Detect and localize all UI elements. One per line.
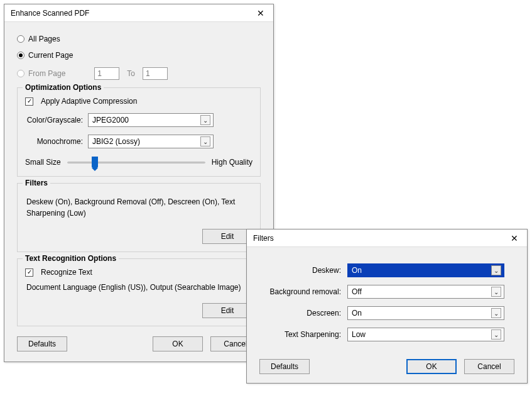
text-recognition-edit-button[interactable]: Edit — [202, 303, 252, 318]
text-recognition-title: Text Recognition Options — [23, 254, 119, 263]
monochrome-combo[interactable]: JBIG2 (Lossy) ⌄ — [88, 135, 214, 148]
background-removal-label: Background removal: — [259, 287, 341, 296]
close-icon: ✕ — [511, 233, 518, 243]
filters-ok-button[interactable]: OK — [406, 359, 457, 374]
from-page-input[interactable] — [94, 67, 119, 80]
defaults-button[interactable]: Defaults — [17, 336, 67, 351]
monochrome-value: JBIG2 (Lossy) — [92, 137, 140, 146]
text-recognition-group: Text Recognition Options ✓ Recognize Tex… — [17, 258, 261, 326]
radio-all-pages-label: All Pages — [28, 35, 60, 43]
background-removal-combo[interactable]: Off ⌄ — [347, 285, 504, 299]
descreen-label: Descreen: — [259, 309, 341, 318]
descreen-combo[interactable]: On ⌄ — [347, 306, 504, 320]
deskew-value: On — [352, 266, 362, 275]
optimization-title: Optimization Options — [23, 83, 104, 92]
chevron-down-icon: ⌄ — [491, 265, 501, 275]
high-quality-label: High Quality — [212, 158, 252, 167]
text-sharpening-value: Low — [352, 330, 366, 339]
filters-cancel-button[interactable]: Cancel — [464, 359, 514, 374]
enhance-scanned-pdf-dialog: Enhance Scanned PDF ✕ All Pages Current … — [4, 4, 274, 362]
chevron-down-icon: ⌄ — [491, 308, 501, 318]
chevron-down-icon: ⌄ — [200, 136, 210, 146]
titlebar: Enhance Scanned PDF ✕ — [4, 4, 273, 22]
radio-from-page[interactable] — [17, 70, 24, 77]
recognize-text-checkbox[interactable]: ✓ — [25, 268, 33, 277]
filters-summary-text: Deskew (On), Background Removal (Off), D… — [25, 192, 252, 229]
descreen-value: On — [352, 309, 362, 318]
quality-slider[interactable] — [67, 156, 205, 169]
radio-all-pages[interactable] — [17, 35, 24, 43]
small-size-label: Small Size — [25, 158, 61, 167]
color-grayscale-value: JPEG2000 — [92, 116, 129, 124]
window-title: Enhance Scanned PDF — [11, 9, 89, 18]
filters-close-button[interactable]: ✕ — [502, 229, 527, 247]
background-removal-value: Off — [352, 287, 362, 296]
deskew-label: Deskew: — [259, 266, 341, 275]
chevron-down-icon: ⌄ — [491, 329, 501, 340]
optimization-options-group: Optimization Options ✓ Apply Adaptive Co… — [17, 87, 261, 177]
color-grayscale-label: Color/Grayscale: — [25, 116, 83, 124]
color-grayscale-combo[interactable]: JPEG2000 ⌄ — [88, 113, 214, 127]
filters-summary-group: Filters Deskew (On), Background Removal … — [17, 183, 261, 252]
filters-titlebar: Filters ✕ — [247, 229, 527, 247]
apply-adaptive-checkbox[interactable]: ✓ — [25, 97, 33, 106]
monochrome-label: Monochrome: — [25, 137, 83, 146]
filters-window-title: Filters — [253, 234, 274, 243]
radio-from-page-label: From Page — [28, 69, 65, 78]
slider-thumb[interactable] — [92, 157, 98, 168]
ok-button[interactable]: OK — [153, 336, 203, 351]
close-icon: ✕ — [257, 8, 264, 18]
radio-current-page[interactable] — [17, 52, 24, 59]
text-sharpening-label: Text Sharpening: — [259, 330, 341, 339]
filters-summary-title: Filters — [23, 179, 50, 187]
filters-dialog: Filters ✕ Deskew: On ⌄ Background remova… — [246, 229, 528, 384]
filters-defaults-button[interactable]: Defaults — [259, 359, 310, 374]
close-button[interactable]: ✕ — [248, 4, 273, 22]
deskew-combo[interactable]: On ⌄ — [347, 263, 504, 277]
chevron-down-icon: ⌄ — [491, 287, 501, 297]
filters-edit-button[interactable]: Edit — [202, 229, 252, 244]
recognize-text-label: Recognize Text — [41, 268, 92, 277]
radio-current-page-label: Current Page — [28, 51, 73, 60]
to-page-input[interactable] — [143, 67, 168, 80]
text-sharpening-combo[interactable]: Low ⌄ — [347, 328, 504, 341]
slider-track-line — [67, 162, 205, 163]
to-label: To — [127, 69, 135, 78]
apply-adaptive-label: Apply Adaptive Compression — [41, 97, 137, 106]
chevron-down-icon: ⌄ — [200, 115, 210, 125]
text-recognition-summary: Document Language (English (US)), Output… — [25, 282, 252, 303]
